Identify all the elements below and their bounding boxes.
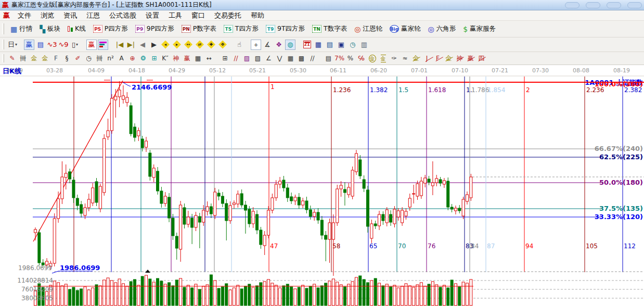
tool-wave-v[interactable]: ⋁: [275, 54, 285, 63]
tool-zoom-in-all[interactable]: ✚: [206, 40, 216, 50]
tool-hexagon[interactable]: ◎六角形: [424, 23, 459, 34]
tool-kline[interactable]: K线: [64, 23, 89, 34]
tool-gold-grid-1[interactable]: 金: [29, 54, 39, 63]
tool-notes[interactable]: ▤: [325, 40, 335, 50]
tool-zoom-out-all[interactable]: ✥: [217, 40, 228, 50]
tool-zoom-left[interactable]: ◂: [160, 40, 171, 50]
tool-time-clock[interactable]: ◷: [84, 54, 94, 63]
tool-time-grid[interactable]: 卌: [95, 54, 105, 63]
tool-web-tool[interactable]: ◍: [285, 40, 295, 50]
tool-wave-9[interactable]: ∿9: [58, 40, 69, 50]
menu-item-浏览[interactable]: 浏览: [36, 10, 59, 21]
menu-item-窗口[interactable]: 窗口: [187, 10, 210, 21]
tool-pan-hand[interactable]: ☝: [234, 40, 244, 50]
toolbar-grip[interactable]: [2, 40, 4, 49]
tool-star-web[interactable]: ❂: [138, 54, 148, 63]
menu-item-资讯[interactable]: 资讯: [59, 10, 82, 21]
tool-ying-angle[interactable]: 赢: [466, 54, 475, 63]
tool-percent-lines[interactable]: ℅: [356, 54, 366, 63]
tool-wave-3[interactable]: ∿3: [47, 40, 57, 50]
tool-gann-wheel[interactable]: ◎江恩轮: [351, 23, 386, 34]
tool-j-angle[interactable]: J: [422, 54, 432, 63]
tool-circle-cross[interactable]: ⊕: [127, 54, 137, 63]
window-menu-button[interactable]: [565, 2, 579, 8]
tool-gann-pen[interactable]: ✎: [7, 54, 17, 63]
menu-item-文件[interactable]: 文件: [13, 10, 36, 21]
menu-item-工具[interactable]: 工具: [164, 10, 187, 21]
tool-candle-style[interactable]: ▯: [70, 40, 80, 50]
tool-t-square[interactable]: TST四方形: [220, 23, 262, 34]
tool-crosshair[interactable]: ＋: [251, 40, 261, 50]
tool-f-grid[interactable]: F: [51, 54, 61, 63]
tool-gold-circle[interactable]: 金: [367, 54, 377, 63]
tool-9t-square[interactable]: T99T四方形: [262, 23, 308, 34]
tool-percent-7[interactable]: 7%: [334, 54, 344, 63]
tool-calendar[interactable]: 21: [302, 40, 312, 50]
tool-shen-angle[interactable]: 神: [455, 54, 465, 63]
tool-p-number-table[interactable]: PNP数字表: [178, 23, 220, 34]
close-button[interactable]: [627, 2, 642, 8]
tool-box-tool[interactable]: ⊞: [220, 54, 230, 63]
tool-grid-fine[interactable]: ▦: [286, 54, 295, 63]
tool-sectors[interactable]: ▚板块: [36, 23, 64, 34]
tool-gold-angle-2[interactable]: 金: [444, 54, 454, 63]
chart-area[interactable]: 03-1903-2804-0904-1804-2905-1205-2105-30…: [0, 65, 644, 306]
tool-winner-info[interactable]: 赢: [24, 40, 34, 50]
tool-winner-service[interactable]: $赢家服务: [459, 23, 499, 34]
minimize-button[interactable]: [586, 2, 600, 8]
tool-gold-lines[interactable]: 金: [378, 54, 388, 63]
toolbar-grip[interactable]: [2, 54, 4, 63]
tool-quotes[interactable]: ▦行情: [7, 23, 36, 34]
menu-item-交易委托[interactable]: 交易委托: [210, 10, 246, 21]
tool-world-time[interactable]: ◷: [347, 40, 358, 50]
tool-gann-knife[interactable]: ✐: [73, 54, 83, 63]
tool-first-page[interactable]: |◀: [114, 40, 125, 50]
tool-price-grid[interactable]: 卌: [18, 54, 28, 63]
menu-item-公式选股[interactable]: 公式选股: [105, 10, 141, 21]
tool-calculator[interactable]: ▦: [313, 40, 324, 50]
tool-zoom-right[interactable]: ▸: [172, 40, 182, 50]
tool-parallel-lines[interactable]: //: [307, 54, 317, 63]
tool-zoom-swap[interactable]: ⇄: [195, 40, 205, 50]
tool-9p-square[interactable]: P99P四方形: [132, 23, 178, 34]
tool-print[interactable]: ▥: [359, 40, 369, 50]
tool-t-number-table[interactable]: TNT数字表: [308, 23, 351, 34]
tool-spiral[interactable]: §: [62, 54, 72, 63]
menu-item-帮助[interactable]: 帮助: [246, 10, 269, 21]
tool-volume-pane[interactable]: [98, 40, 108, 50]
tool-gann-fan[interactable]: //: [231, 54, 241, 63]
tool-winner-mark[interactable]: 赢: [86, 40, 97, 50]
tool-angle-ruler[interactable]: A: [117, 54, 126, 63]
tool-winner-wheel[interactable]: Big赢家轮: [386, 23, 424, 34]
tool-angle-lines[interactable]: ∠: [264, 54, 274, 63]
menu-item-江恩[interactable]: 江恩: [82, 10, 105, 21]
maximize-button[interactable]: [607, 2, 621, 8]
tool-stat-panel[interactable]: ▤: [324, 54, 333, 63]
tool-boxed-web[interactable]: ⊞: [149, 54, 159, 63]
toolbar-grip[interactable]: [2, 23, 4, 35]
tool-f10-info[interactable]: ▤: [35, 40, 46, 50]
tool-wave-box[interactable]: ≈: [400, 54, 410, 63]
tool-grid-coarse[interactable]: ▩: [297, 54, 306, 63]
tool-zoom-h[interactable]: ↔: [183, 40, 194, 50]
tool-f-angle[interactable]: F: [433, 54, 443, 63]
tool-grid-123[interactable]: ▦: [193, 54, 203, 63]
tool-prev-bar[interactable]: ◀: [137, 40, 148, 50]
tool-fan-box-2[interactable]: ▧: [253, 54, 263, 63]
menu-item-设置[interactable]: 设置: [141, 10, 164, 21]
tool-next-bar[interactable]: ▶: [149, 40, 159, 50]
kline-chart[interactable]: 03-1903-2804-0904-1804-2905-1205-2105-30…: [0, 65, 644, 306]
title-bar[interactable]: 赢 赢家江恩专业版[赢家内部服务平台] - [上证指数 SH1A0001-111…: [0, 0, 644, 10]
tool-last-page[interactable]: ▶|: [126, 40, 136, 50]
tool-span-arrows[interactable]: ↔: [204, 54, 214, 63]
tool-flower-tool[interactable]: ❖: [274, 40, 284, 50]
tool-gold-angle[interactable]: 金: [411, 54, 421, 63]
tool-si-angle[interactable]: 四: [476, 54, 486, 63]
tool-shen-tool[interactable]: 神: [171, 54, 181, 63]
tool-n-square[interactable]: n²: [106, 54, 115, 63]
tool-gold-grid-2[interactable]: 金: [40, 54, 50, 63]
tool-fan-box-1[interactable]: ▨: [242, 54, 252, 63]
tool-k-prime[interactable]: K″: [160, 54, 170, 63]
tool-ying-tool[interactable]: 赢: [182, 54, 192, 63]
tool-brush[interactable]: ✑: [389, 54, 399, 63]
